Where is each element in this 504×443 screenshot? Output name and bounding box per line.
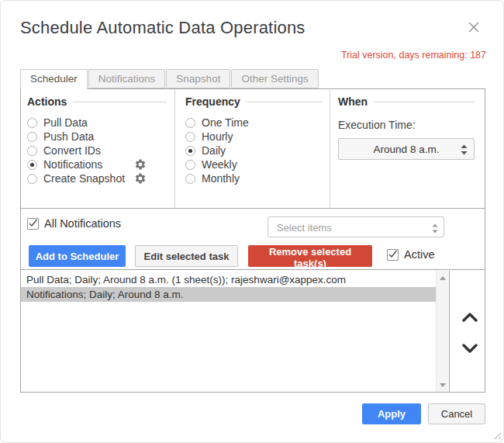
radio-weekly[interactable]: Weekly: [185, 157, 322, 171]
trial-notice: Trial version, days remaining: 187: [341, 50, 486, 61]
radio-label: Create Snapshot: [43, 172, 125, 185]
radio-pull-data[interactable]: Pull Data: [27, 116, 167, 130]
list-scrollbar[interactable]: [436, 271, 448, 392]
edit-selected-task-button[interactable]: Edit selected task: [135, 245, 238, 267]
task-config-section: All Notifications Select items Add to Sc…: [21, 209, 485, 270]
task-list-section: Pull Data; Daily; Around 8 a.m. (1 sheet…: [21, 271, 485, 392]
radio-icon: [185, 160, 195, 170]
radio-icon: [185, 174, 195, 184]
radio-hourly[interactable]: Hourly: [185, 130, 322, 144]
radio-label: Push Data: [43, 130, 94, 143]
tab-other-settings[interactable]: Other Settings: [231, 69, 318, 88]
radio-label: One Time: [202, 116, 249, 129]
when-legend: When: [338, 95, 368, 108]
gear-icon[interactable]: [134, 158, 147, 171]
when-fieldset: When Execution Time: Around 8 a.m.: [330, 89, 485, 208]
radio-label: Weekly: [202, 158, 237, 171]
radio-icon: [27, 160, 37, 170]
execution-time-value: Around 8 a.m.: [374, 144, 440, 155]
radio-icon: [27, 146, 37, 156]
radio-label: Notifications: [43, 158, 102, 171]
radio-icon: [27, 118, 37, 128]
chevron-up-icon: [462, 312, 478, 322]
radio-daily[interactable]: Daily: [185, 144, 322, 157]
frequency-legend: Frequency: [185, 95, 240, 108]
radio-icon: [185, 132, 195, 142]
task-list-item[interactable]: Pull Data; Daily; Around 8 a.m. (1 sheet…: [21, 272, 436, 287]
x-icon: [468, 22, 479, 36]
tab-scheduler[interactable]: Scheduler: [20, 69, 88, 89]
legend-line: [247, 102, 322, 102]
scroll-down-icon[interactable]: [437, 379, 448, 391]
task-listbox[interactable]: Pull Data; Daily; Around 8 a.m. (1 sheet…: [21, 271, 450, 392]
select-items-combobox[interactable]: Select items: [268, 216, 444, 237]
radio-push-data[interactable]: Push Data: [27, 130, 167, 144]
checkbox-check-icon: [388, 250, 398, 259]
select-items-placeholder: Select items: [277, 222, 332, 234]
actions-legend: Actions: [27, 95, 67, 108]
reorder-controls: [455, 271, 485, 392]
scheduler-panel: Actions Pull Data Push Data Convert IDs: [20, 88, 485, 393]
legend-line: [73, 102, 167, 102]
remove-selected-task-button[interactable]: Remove selected task(s): [248, 245, 372, 267]
radio-convert-ids[interactable]: Convert IDs: [27, 144, 167, 157]
options-section: Actions Pull Data Push Data Convert IDs: [21, 89, 485, 209]
tab-bar: Scheduler Notifications Snapshot Other S…: [20, 69, 319, 89]
frequency-fieldset: Frequency One Time Hourly Daily W: [175, 89, 330, 208]
task-list-item-selected[interactable]: Notifications; Daily; Around 8 a.m.: [21, 287, 436, 302]
radio-notifications[interactable]: Notifications: [27, 157, 167, 171]
radio-icon: [27, 174, 37, 184]
all-notifications-checkbox[interactable]: All Notifications: [27, 217, 121, 230]
cancel-button[interactable]: Cancel: [428, 403, 485, 424]
legend-line: [374, 102, 475, 102]
execution-time-select[interactable]: Around 8 a.m.: [338, 138, 475, 160]
actions-fieldset: Actions Pull Data Push Data Convert IDs: [21, 89, 175, 208]
all-notifications-label: All Notifications: [44, 217, 121, 230]
radio-label: Monthly: [202, 172, 240, 185]
resize-grip-icon[interactable]: [492, 429, 502, 443]
tab-snapshot[interactable]: Snapshot: [166, 69, 230, 88]
radio-icon: [185, 118, 195, 128]
checkbox-icon: [27, 218, 39, 230]
spinner-icon: [432, 223, 438, 237]
checkbox-check-icon: [28, 219, 38, 228]
radio-monthly[interactable]: Monthly: [185, 171, 322, 185]
chevron-down-icon: [462, 344, 478, 354]
schedule-dialog: Schedule Automatic Data Operations Trial…: [0, 0, 504, 443]
page-title: Schedule Automatic Data Operations: [20, 18, 306, 38]
radio-icon: [27, 132, 37, 142]
spinner-icon: [461, 144, 468, 157]
execution-time-label: Execution Time:: [338, 119, 475, 131]
checkbox-icon: [387, 249, 399, 261]
radio-label: Daily: [202, 144, 226, 157]
tab-notifications[interactable]: Notifications: [88, 69, 166, 88]
radio-label: Hourly: [202, 130, 233, 143]
move-task-down-button[interactable]: [462, 343, 478, 353]
radio-label: Pull Data: [43, 116, 88, 129]
gear-icon[interactable]: [134, 172, 147, 185]
move-task-up-button[interactable]: [462, 311, 478, 321]
radio-label: Convert IDs: [43, 144, 101, 157]
scroll-up-icon[interactable]: [437, 272, 448, 284]
radio-icon: [185, 146, 195, 156]
radio-create-snapshot[interactable]: Create Snapshot: [27, 171, 167, 185]
close-button[interactable]: [466, 21, 482, 36]
radio-one-time[interactable]: One Time: [185, 116, 322, 130]
apply-button[interactable]: Apply: [362, 403, 421, 424]
add-to-scheduler-button[interactable]: Add to Scheduler: [29, 245, 126, 267]
active-checkbox[interactable]: Active: [387, 248, 435, 261]
active-label: Active: [404, 248, 435, 261]
